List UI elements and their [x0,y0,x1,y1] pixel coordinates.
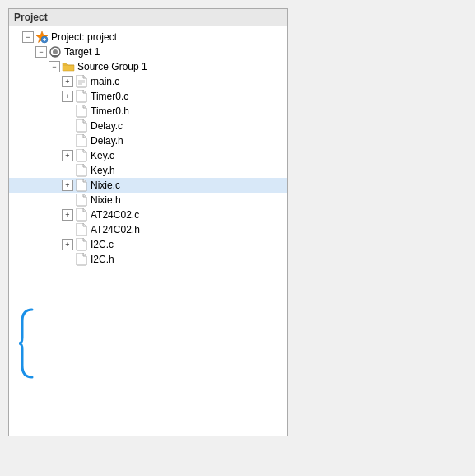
file-icon-1 [75,90,88,103]
tree-item-source-group[interactable]: − Source Group 1 [9,59,287,74]
file-label-3: Delay.c [91,120,123,132]
tree-item-file-11[interactable]: + I2C.c [9,237,287,252]
folder-icon [62,60,75,73]
tree-item-file-5[interactable]: + Key.c [9,148,287,163]
file-icon-8 [75,194,88,207]
file-label-10: AT24C02.h [91,224,140,236]
file-label-4: Delay.h [91,135,123,147]
file-icon-10 [75,223,88,236]
file-icon-6 [75,164,88,177]
project-expander[interactable]: − [22,31,34,43]
file-label-12: I2C.h [91,254,114,265]
tree-item-project[interactable]: − Project: project [9,30,287,44]
file-icon-12 [75,253,88,266]
file-icon-9 [75,208,88,222]
tree-root: − Project: project − [9,26,287,270]
svg-point-3 [53,49,58,54]
file-expander-5[interactable]: + [62,150,73,161]
file-icon-2 [75,105,88,118]
file-expander-7[interactable]: + [62,180,73,191]
file-icon-5 [75,149,88,162]
project-label: Project: project [51,31,117,43]
tree-item-target[interactable]: − Target 1 [9,44,287,59]
tree-item-file-1[interactable]: + Timer0.c [9,89,287,104]
project-tree: − Project: project − [9,26,287,270]
target-icon [49,45,62,58]
file-expander-1[interactable]: + [62,91,73,102]
svg-rect-4 [52,55,58,57]
target-expander[interactable]: − [35,46,47,58]
tree-item-file-3[interactable]: Delay.c [9,119,287,133]
file-icon-7 [75,179,88,192]
tree-item-file-2[interactable]: Timer0.h [9,104,287,119]
tree-item-file-0[interactable]: + main.c [9,74,287,89]
file-label-5: Key.c [91,150,114,161]
file-icon-11 [75,238,88,251]
project-panel: Project − Project: project [8,8,288,436]
file-label-1: Timer0.c [91,91,128,102]
file-expander-11[interactable]: + [62,239,73,250]
file-icon-3 [75,119,88,133]
file-label-8: Nixie.h [91,194,121,206]
file-icon-4 [75,134,88,147]
tree-item-file-12[interactable]: I2C.h [9,252,287,267]
file-label-11: I2C.c [91,239,114,250]
file-label-6: Key.h [91,165,115,176]
tree-item-file-4[interactable]: Delay.h [9,133,287,148]
source-group-expander[interactable]: − [49,61,60,72]
tree-item-file-9[interactable]: + AT24C02.c [9,208,287,222]
file-expander-0[interactable]: + [62,76,73,87]
file-label-7: Nixie.c [91,180,120,191]
file-icon-0 [75,75,88,88]
tree-item-file-6[interactable]: Key.h [9,163,287,178]
project-icon [35,30,49,44]
tree-item-file-8[interactable]: Nixie.h [9,193,287,208]
panel-title: Project [9,9,287,26]
tree-item-file-10[interactable]: AT24C02.h [9,222,287,237]
tree-item-file-7[interactable]: + Nixie.c [9,178,287,193]
source-group-label: Source Group 1 [77,61,147,72]
target-label: Target 1 [64,46,100,58]
file-expander-9[interactable]: + [62,209,73,221]
file-label-0: main.c [91,76,119,87]
file-label-9: AT24C02.c [91,209,139,221]
file-label-2: Timer0.h [91,105,129,117]
blue-brace-annotation [17,306,34,372]
